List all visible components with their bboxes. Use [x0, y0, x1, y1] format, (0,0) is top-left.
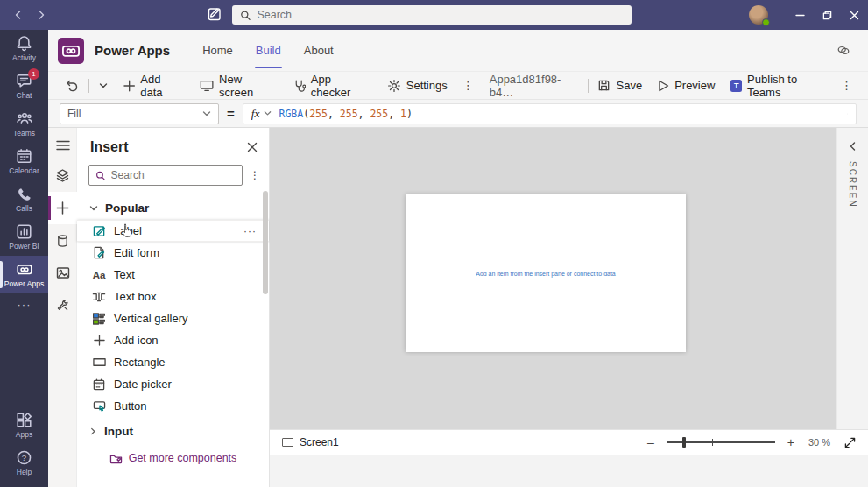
- chevron-right-icon: [89, 427, 97, 435]
- rail-menu-button[interactable]: [48, 131, 77, 159]
- chevron-left-icon: [14, 11, 23, 19]
- studio-rail: [48, 128, 77, 487]
- insert-item-label[interactable]: Label ···: [77, 220, 269, 242]
- insert-item-add-icon[interactable]: Add icon: [77, 329, 269, 351]
- sidebar-item-activity[interactable]: Activity: [0, 30, 48, 67]
- insert-item-text-box[interactable]: Text box: [77, 286, 269, 307]
- zoom-in-button[interactable]: +: [782, 435, 800, 449]
- screen-icon: [282, 438, 293, 447]
- design-canvas[interactable]: Add an item from the insert pane or conn…: [270, 128, 836, 429]
- preview-button[interactable]: Preview: [650, 72, 723, 99]
- nav-back-button[interactable]: [7, 0, 30, 30]
- publish-to-teams-button[interactable]: T Publish to Teams: [723, 72, 834, 99]
- layers-icon: [55, 168, 70, 183]
- property-select[interactable]: Fill: [60, 103, 219, 124]
- sidebar-more-button[interactable]: ···: [0, 293, 48, 314]
- zoom-out-button[interactable]: –: [642, 435, 660, 449]
- presence-dot: [762, 18, 770, 26]
- fx-button[interactable]: fx: [243, 107, 279, 121]
- screen-selector[interactable]: Screen1: [282, 436, 339, 448]
- rail-media-button[interactable]: [48, 257, 77, 289]
- insert-item-text: Rectangle: [114, 356, 166, 369]
- insert-item-rectangle[interactable]: Rectangle: [77, 351, 269, 373]
- sidebar-label: Calendar: [9, 166, 39, 175]
- close-button[interactable]: [841, 0, 868, 30]
- get-more-components-link[interactable]: Get more components: [77, 452, 269, 464]
- insert-search-row: ⋮: [77, 163, 269, 187]
- formula-text[interactable]: RGBA(255, 255, 255, 1): [279, 108, 413, 120]
- app-checker-button[interactable]: App checker: [285, 72, 379, 99]
- insert-item-more-button[interactable]: ···: [243, 225, 257, 237]
- insert-search-input[interactable]: [111, 169, 236, 181]
- rail-data-button[interactable]: [48, 224, 77, 257]
- sidebar-item-powerbi[interactable]: Power BI: [0, 218, 48, 256]
- insert-item-vertical-gallery[interactable]: Vertical gallery: [77, 307, 269, 329]
- avatar[interactable]: [749, 5, 768, 25]
- date-picker-icon: [92, 378, 106, 391]
- zoom-unit: %: [822, 437, 830, 448]
- undo-button[interactable]: [57, 72, 87, 99]
- sidebar-label: Activity: [12, 53, 36, 62]
- rail-advanced-tools-button[interactable]: [48, 289, 77, 321]
- insert-item-date-picker[interactable]: Date picker: [77, 373, 269, 395]
- panel-scrollbar[interactable]: [263, 191, 268, 294]
- toolbar-right-overflow-button[interactable]: ⋮: [834, 79, 859, 92]
- chevron-down-icon: [202, 109, 211, 118]
- popular-section-header[interactable]: Popular: [77, 195, 269, 220]
- phone-icon: [17, 187, 32, 202]
- tab-build[interactable]: Build: [244, 30, 293, 71]
- global-search[interactable]: [232, 5, 632, 25]
- input-section-header[interactable]: Input: [77, 419, 269, 443]
- powerbi-icon: [16, 223, 32, 240]
- compose-button[interactable]: [207, 6, 222, 22]
- powerapps-logo-icon: [61, 41, 81, 60]
- restore-button[interactable]: [814, 0, 841, 30]
- add-data-button[interactable]: Add data: [116, 72, 192, 99]
- save-icon: [597, 79, 610, 92]
- sidebar-item-calls[interactable]: Calls: [0, 180, 48, 218]
- tab-home[interactable]: Home: [191, 30, 244, 71]
- properties-rail[interactable]: SCREEN: [836, 128, 868, 429]
- insert-item-edit-form[interactable]: Edit form: [77, 242, 269, 264]
- new-screen-button[interactable]: New screen: [192, 72, 285, 99]
- settings-button[interactable]: Settings: [379, 72, 455, 99]
- save-button[interactable]: Save: [589, 72, 650, 99]
- insert-item-text: Text box: [114, 290, 156, 303]
- toolbar-overflow-button[interactable]: ⋮: [455, 79, 481, 92]
- rail-tree-view-button[interactable]: [48, 159, 77, 192]
- chat-badge: 1: [28, 68, 39, 80]
- tab-about[interactable]: About: [293, 30, 345, 71]
- chevron-left-icon[interactable]: [849, 142, 857, 151]
- chat-icon-wrap: 1: [16, 73, 32, 89]
- app-tabs: Home Build About: [191, 30, 345, 71]
- insert-item-button[interactable]: Button: [77, 395, 269, 417]
- tools-icon: [56, 299, 69, 312]
- fit-to-window-button[interactable]: [844, 437, 856, 448]
- insert-item-text[interactable]: Aa Text: [77, 264, 269, 286]
- insert-search-box[interactable]: [88, 165, 243, 186]
- sidebar-item-help[interactable]: ? Help: [0, 444, 48, 482]
- nav-forward-button[interactable]: [30, 0, 53, 30]
- get-more-components-label: Get more components: [129, 452, 237, 464]
- formula-input[interactable]: fx RGBA(255, 255, 255, 1): [243, 103, 857, 124]
- insert-search-overflow-button[interactable]: ⋮: [250, 169, 260, 181]
- panel-close-button[interactable]: [247, 142, 258, 152]
- header-rings-button[interactable]: [836, 45, 850, 56]
- screen-artboard[interactable]: Add an item from the insert pane or conn…: [406, 194, 686, 352]
- minimize-icon: [795, 11, 805, 20]
- sidebar-item-calendar[interactable]: Calendar: [0, 143, 48, 180]
- undo-dropdown-button[interactable]: [91, 72, 116, 99]
- zoom-slider[interactable]: [667, 436, 775, 448]
- sidebar-item-powerapps[interactable]: Power Apps: [0, 256, 48, 293]
- search-input[interactable]: [257, 9, 624, 21]
- sidebar-item-chat[interactable]: 1 Chat: [0, 67, 48, 105]
- sidebar-item-apps[interactable]: Apps: [0, 406, 48, 444]
- sidebar-label: Help: [17, 468, 32, 476]
- insert-panel-title: Insert: [90, 139, 129, 155]
- minimize-button[interactable]: [787, 0, 814, 30]
- chevron-down-icon: [264, 109, 272, 117]
- zoom-slider-thumb[interactable]: [682, 437, 686, 448]
- sidebar-item-teams[interactable]: Teams: [0, 105, 48, 143]
- rail-insert-button[interactable]: [48, 192, 77, 224]
- formula-expand-button[interactable]: [847, 109, 856, 118]
